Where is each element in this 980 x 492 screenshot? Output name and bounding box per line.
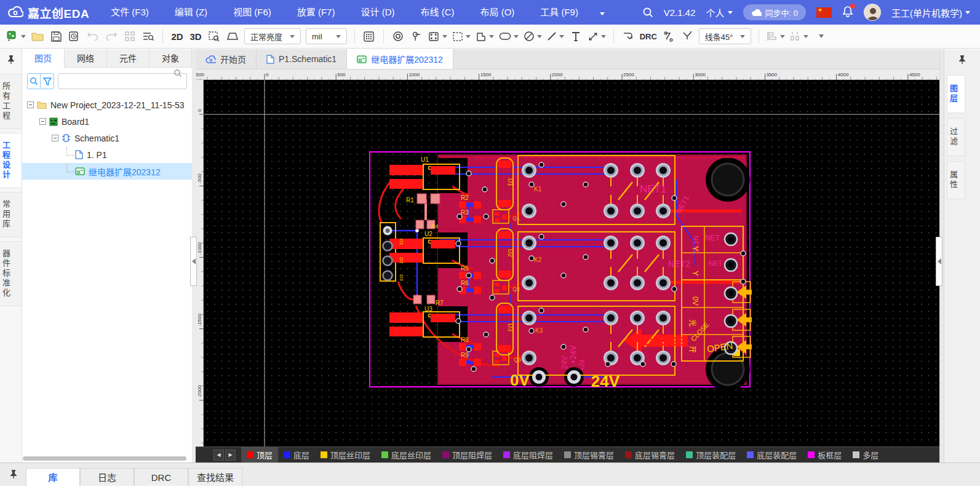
doc-tab-2[interactable]: 继电器扩展202312 [347, 49, 453, 69]
username-menu[interactable]: 王工(单片机教学) [891, 6, 970, 19]
tree-item-2[interactable]: Schematic1 [22, 130, 192, 146]
panel-tab-2[interactable]: 元件 [107, 49, 149, 68]
distribute-button[interactable] [788, 28, 810, 45]
menu-item-0[interactable]: 文件 (F3) [98, 0, 162, 25]
menu-item-3[interactable]: 放置 (F7) [284, 0, 348, 25]
menu-item-4[interactable]: 设计 (D) [348, 0, 407, 25]
save-button[interactable] [47, 28, 65, 45]
polygon-tool-button[interactable] [474, 28, 496, 45]
menu-more-chevron-icon[interactable] [591, 7, 613, 18]
open-folder-button[interactable] [29, 28, 46, 45]
tree-search-input[interactable] [58, 73, 187, 89]
right-panel-pin-icon[interactable] [944, 49, 980, 70]
topology-tool-button[interactable] [679, 28, 696, 45]
layer-scroll-left-icon[interactable]: ◀ [213, 450, 224, 461]
line-tool-button[interactable] [545, 28, 566, 45]
left-panel-pin-icon[interactable] [0, 49, 22, 70]
tree-expander[interactable] [39, 118, 46, 125]
svg-text:500: 500 [337, 72, 346, 77]
account-menu[interactable]: 个人 [706, 6, 733, 19]
text-tool-button[interactable] [567, 28, 584, 45]
doc-tab-1[interactable]: P1.Schematic1 [257, 49, 347, 69]
panel-tab-1[interactable]: 网络 [65, 49, 107, 68]
line-mode-select[interactable]: 线条45° [699, 28, 752, 44]
dimension-tool-button[interactable] [586, 28, 608, 45]
layer-chip-0[interactable]: 顶层 [241, 447, 278, 462]
app-logo[interactable]: 嘉立创EDA [0, 4, 98, 21]
unit-select[interactable]: mil [306, 28, 347, 44]
left-panel-collapse-handle[interactable] [190, 237, 197, 286]
pcb-editor-canvas[interactable]: -500050010001500200025003000350040004500… [196, 69, 939, 462]
layer-scroll-right-icon[interactable]: ▶ [225, 450, 236, 461]
bottom-tab-2[interactable]: DRC [134, 468, 188, 486]
oval-tool-button[interactable] [497, 28, 520, 45]
zoom-area-button[interactable] [205, 28, 223, 45]
layer-chip-6[interactable]: 顶层锡膏层 [559, 447, 619, 462]
layer-chip-5[interactable]: 底层阻焊层 [498, 447, 559, 462]
tree-expander[interactable] [52, 135, 58, 141]
tree-filter-button[interactable] [41, 73, 54, 89]
layer-chip-4[interactable]: 顶层阻焊层 [437, 447, 498, 462]
tree-item-3[interactable]: 1. P1 [22, 146, 192, 163]
panel-tab-3[interactable]: 对象 [149, 49, 192, 68]
view-2d-button[interactable]: 2D [169, 28, 186, 45]
right-panel-tab-2[interactable]: 属性 [947, 161, 965, 199]
menu-item-7[interactable]: 工具 (F9) [527, 0, 591, 25]
notifications-bell-icon[interactable] [842, 6, 853, 20]
bottom-tab-0[interactable]: 库 [26, 468, 80, 486]
view-3d-button[interactable]: 3D [187, 28, 204, 45]
sidebar-item-3[interactable]: 器件标准化 [0, 241, 22, 306]
toolbar-more-button[interactable] [811, 28, 829, 45]
sidebar-item-1[interactable]: 工程设计 [0, 133, 22, 188]
layer-chip-2[interactable]: 顶层丝印层 [315, 447, 376, 462]
layer-chip-10[interactable]: 板框层 [802, 447, 847, 462]
user-avatar[interactable] [864, 4, 881, 21]
pin-tool-button[interactable] [408, 28, 425, 45]
pad-tool-button[interactable] [426, 28, 449, 45]
tree-search-button[interactable] [27, 73, 41, 89]
redo-button[interactable] [103, 28, 120, 45]
tree-expander[interactable] [27, 101, 34, 108]
layer-chip-8[interactable]: 顶层装配层 [680, 447, 741, 462]
search-icon[interactable] [642, 7, 653, 18]
bottom-tab-3[interactable]: 查找结果 [188, 468, 242, 486]
route-tool-button[interactable] [660, 28, 677, 45]
layer-chip-11[interactable]: 多层 [847, 447, 884, 462]
save-history-button[interactable] [66, 28, 83, 45]
brightness-select[interactable]: 正常亮度 [244, 28, 301, 44]
sidebar-item-0[interactable]: 所有工程 [0, 74, 22, 129]
right-panel-tab-1[interactable]: 过滤 [947, 118, 965, 156]
menu-item-1[interactable]: 编辑 (Z) [162, 0, 220, 25]
keepout-tool-button[interactable] [522, 28, 544, 45]
sync-status-pill[interactable]: 同步中: 0 [743, 4, 806, 20]
tree-item-0[interactable]: New Project_2023-12-21_11-15-53 [22, 97, 192, 113]
menu-item-2[interactable]: 视图 (F6) [220, 0, 284, 25]
undo-button[interactable] [84, 28, 102, 45]
drc-button[interactable]: DRC [638, 28, 659, 45]
panels-layout-button[interactable] [121, 28, 138, 45]
right-panel-tab-0[interactable]: 图层 [947, 75, 965, 113]
layer-chip-7[interactable]: 底层锡膏层 [619, 447, 680, 462]
tree-item-4[interactable]: 继电器扩展202312 [22, 163, 192, 180]
tree-horizontal-scrollbar[interactable] [23, 456, 190, 461]
via-tool-button[interactable] [389, 28, 407, 45]
bottom-tab-1[interactable]: 日志 [80, 468, 134, 486]
tree-item-1[interactable]: Board1 [22, 113, 192, 130]
search-list-button[interactable] [140, 28, 157, 45]
right-panel-collapse-handle[interactable] [936, 237, 942, 286]
align-button[interactable] [765, 28, 787, 45]
layer-chip-3[interactable]: 底层丝印层 [376, 447, 437, 462]
menu-item-5[interactable]: 布线 (C) [407, 0, 467, 25]
grid-settings-button[interactable] [361, 28, 378, 45]
doc-tab-0[interactable]: 开始页 [196, 49, 257, 69]
panel-tab-0[interactable]: 图页 [22, 49, 65, 68]
bottom-panel-pin-icon[interactable] [10, 469, 17, 481]
sidebar-item-2[interactable]: 常用库 [0, 192, 22, 237]
menu-item-6[interactable]: 布局 (O) [467, 0, 527, 25]
new-design-button[interactable]: + [5, 28, 28, 45]
copper-region-tool-button[interactable] [450, 28, 472, 45]
layer-chip-9[interactable]: 底层装配层 [741, 447, 802, 462]
import-change-button[interactable] [619, 28, 637, 45]
layer-chip-1[interactable]: 底层 [278, 447, 315, 462]
board-preview-button[interactable] [224, 28, 241, 45]
